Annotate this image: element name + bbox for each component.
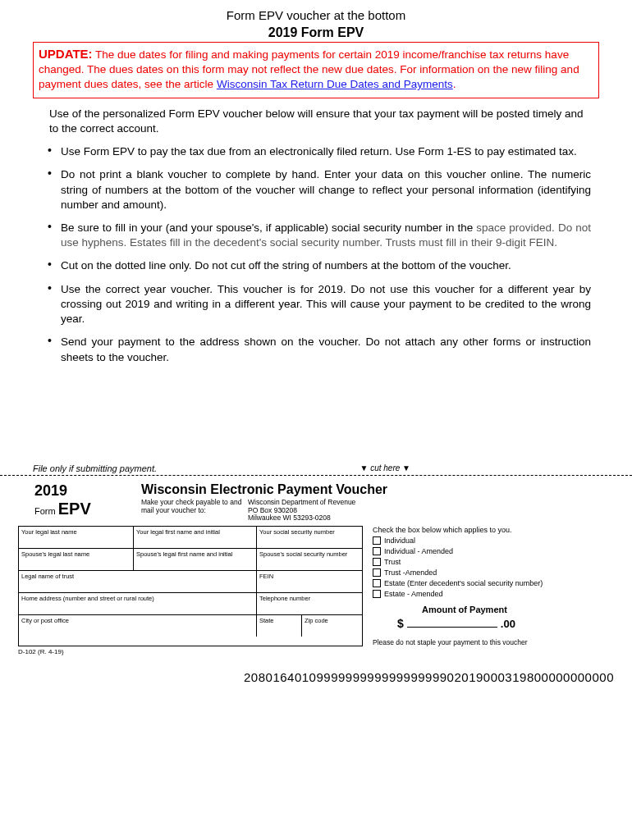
field-spouse-last[interactable]: Spouse's legal last name bbox=[19, 549, 134, 570]
cut-here-label: ▼ cut here ▼ bbox=[360, 463, 410, 472]
check-estate[interactable]: Estate (Enter decedent's social security… bbox=[373, 579, 614, 587]
bullet-black: Be sure to fill in your (and your spouse… bbox=[61, 221, 473, 234]
voucher-fields-grid: Your legal last name Your legal first na… bbox=[18, 526, 363, 646]
no-staple-note: Please do not staple your payment to thi… bbox=[373, 638, 614, 646]
top-caption: Form EPV voucher at the bottom bbox=[33, 8, 599, 22]
file-only-note: File only if submitting payment. bbox=[33, 463, 157, 473]
update-label: UPDATE: bbox=[39, 47, 93, 61]
voucher-epv: EPV bbox=[58, 500, 91, 518]
update-notice-box: UPDATE: The due dates for filing and mak… bbox=[33, 42, 599, 98]
amount-cents: .00 bbox=[501, 618, 515, 630]
field-spouse-ssn[interactable]: Spouse's social security number bbox=[257, 549, 362, 570]
check-label: Estate - Amended bbox=[384, 590, 443, 598]
check-label: Individual - Amended bbox=[384, 547, 453, 555]
cut-line-row: File only if submitting payment. ▼ cut h… bbox=[0, 463, 632, 473]
field-telephone[interactable]: Telephone number bbox=[257, 593, 362, 614]
form-title-rest: Form EPV bbox=[297, 25, 364, 39]
field-city[interactable]: City or post office bbox=[19, 615, 257, 637]
voucher-right-panel: Check the box below which applies to you… bbox=[363, 526, 614, 646]
voucher-title: Wisconsin Electronic Payment Voucher bbox=[125, 482, 614, 497]
bullet-item: Use the correct year voucher. This vouch… bbox=[57, 282, 591, 327]
check-individual[interactable]: Individual bbox=[373, 536, 614, 545]
field-last-name[interactable]: Your legal last name bbox=[19, 527, 134, 548]
check-label: Trust bbox=[384, 558, 401, 566]
field-fein[interactable]: FEIN bbox=[257, 571, 362, 592]
field-state[interactable]: State bbox=[257, 615, 302, 637]
down-arrow-icon: ▼ bbox=[360, 463, 368, 472]
field-first-name[interactable]: Your legal first name and initial bbox=[134, 527, 257, 548]
instructions: Use of the personalized Form EPV voucher… bbox=[33, 107, 599, 365]
bullet-item: Use Form EPV to pay the tax due from an … bbox=[57, 144, 591, 159]
dotted-cut-line bbox=[0, 475, 632, 476]
check-label: Individual bbox=[384, 536, 415, 545]
form-title-year: 2019 bbox=[268, 25, 298, 39]
check-box-title: Check the box below which applies to you… bbox=[373, 526, 614, 534]
amount-input[interactable] bbox=[407, 616, 497, 628]
update-period: . bbox=[453, 78, 456, 90]
voucher-form-word: Form bbox=[34, 506, 56, 516]
bullet-item: Do not print a blank voucher to complete… bbox=[57, 167, 591, 212]
cut-here-text: cut here bbox=[370, 463, 400, 472]
bullet-item: Send your payment to the address shown o… bbox=[57, 335, 591, 364]
update-link[interactable]: Wisconsin Tax Return Due Dates and Payme… bbox=[217, 78, 453, 90]
voucher: 2019 Form EPV Wisconsin Electronic Payme… bbox=[0, 482, 632, 655]
check-trust-amended[interactable]: Trust -Amended bbox=[373, 568, 614, 577]
amount-title: Amount of Payment bbox=[373, 605, 614, 614]
checkbox-icon[interactable] bbox=[373, 536, 381, 545]
amount-row: $ .00 bbox=[373, 616, 614, 630]
payable-label: Make your check payable to and mail your… bbox=[141, 499, 248, 523]
field-spouse-first[interactable]: Spouse's legal first name and initial bbox=[134, 549, 257, 570]
form-title: 2019 Form EPV bbox=[33, 25, 599, 40]
checkbox-icon[interactable] bbox=[373, 558, 381, 566]
bullet-item: Cut on the dotted line only. Do not cut … bbox=[57, 258, 591, 273]
checkbox-icon[interactable] bbox=[373, 547, 381, 555]
check-trust[interactable]: Trust bbox=[373, 558, 614, 566]
voucher-year: 2019 bbox=[34, 482, 125, 500]
dollar-sign: $ bbox=[397, 617, 404, 630]
bullet-item: Be sure to fill in your (and your spouse… bbox=[57, 221, 591, 250]
down-arrow-icon: ▼ bbox=[402, 463, 410, 472]
field-trust-name[interactable]: Legal name of trust bbox=[19, 571, 257, 592]
field-zip[interactable]: Zip code bbox=[302, 615, 362, 637]
ocr-scan-line: 2080164010999999999999999999020190003198… bbox=[0, 670, 632, 684]
checkbox-icon[interactable] bbox=[373, 579, 381, 587]
field-ssn[interactable]: Your social security number bbox=[257, 527, 362, 548]
check-label: Estate (Enter decedent's social security… bbox=[384, 579, 543, 587]
addr-line: Milwaukee WI 53293-0208 bbox=[248, 514, 355, 523]
voucher-year-block: 2019 Form EPV bbox=[18, 482, 125, 518]
form-code: D-102 (R. 4-19) bbox=[18, 648, 614, 655]
checkbox-icon[interactable] bbox=[373, 568, 381, 577]
check-individual-amended[interactable]: Individual - Amended bbox=[373, 547, 614, 555]
checkbox-icon[interactable] bbox=[373, 590, 381, 598]
check-label: Trust -Amended bbox=[384, 568, 437, 577]
field-address[interactable]: Home address (number and street or rural… bbox=[19, 593, 257, 614]
check-estate-amended[interactable]: Estate - Amended bbox=[373, 590, 614, 598]
intro-text: Use of the personalized Form EPV voucher… bbox=[49, 107, 591, 136]
payable-address: Wisconsin Department of Revenue PO Box 9… bbox=[248, 499, 355, 523]
